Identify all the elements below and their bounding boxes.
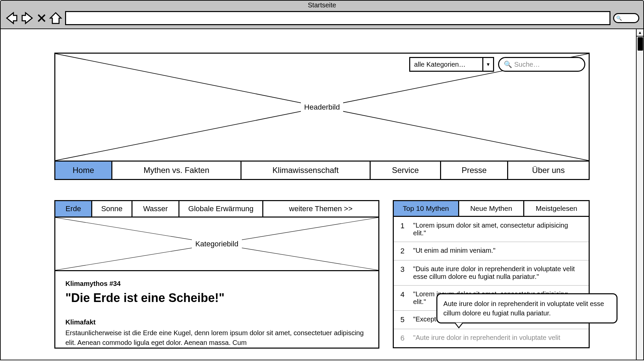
page-content: Headerbild alle Kategorien… ▼ 🔍 Suche… H…	[1, 29, 643, 349]
myth-text: "Aute irure dolor in reprehenderit in vo…	[413, 334, 582, 343]
scrollbar[interactable]: ▲	[636, 29, 643, 360]
sidebar-tabs: Top 10 Mythen Neue Mythen Meistgelesen	[393, 200, 590, 217]
article-kicker: Klimamythos #34	[65, 280, 368, 288]
right-column: Top 10 Mythen Neue Mythen Meistgelesen 1…	[393, 200, 590, 349]
url-bar[interactable]	[65, 11, 610, 25]
myth-rank: 2	[400, 247, 407, 255]
search-icon: 🔍	[504, 60, 512, 68]
browser-search[interactable]: 🔍	[613, 13, 639, 23]
myth-rank: 4	[400, 290, 407, 306]
nav-mythen-fakten[interactable]: Mythen vs. Fakten	[112, 162, 241, 179]
nav-klimawissenschaft[interactable]: Klimawissenschaft	[241, 162, 371, 179]
nav-service[interactable]: Service	[371, 162, 441, 179]
tooltip-text: Aute irure dolor in reprehenderit in vol…	[443, 300, 604, 317]
forward-icon[interactable]	[21, 11, 34, 25]
category-select[interactable]: alle Kategorien… ▼	[409, 57, 494, 72]
viewport: ▲ Headerbild alle Kategorien… ▼ 🔍 Suche……	[0, 29, 644, 360]
stop-icon[interactable]	[37, 13, 46, 23]
search-placeholder: Suche…	[514, 61, 540, 68]
tab-sonne[interactable]: Sonne	[92, 201, 132, 217]
chevron-down-icon: ▼	[482, 58, 493, 71]
scroll-thumb[interactable]	[638, 37, 643, 51]
tab-meistgelesen[interactable]: Meistgelesen	[524, 201, 589, 216]
myth-item[interactable]: 2"Ut enim ad minim veniam."	[394, 242, 589, 260]
tab-neue-mythen[interactable]: Neue Mythen	[459, 201, 525, 216]
nav-home[interactable]: Home	[55, 162, 112, 179]
myth-text: "Ut enim ad minim veniam."	[413, 247, 582, 255]
tab-wasser[interactable]: Wasser	[132, 201, 179, 217]
myth-item[interactable]: 1"Lorem ipsum dolor sit amet, consectetu…	[394, 217, 589, 242]
left-column: Erde Sonne Wasser Globale Erwärmung weit…	[54, 200, 379, 349]
article-body: Erstaunlicherweise ist die Erde eine Kug…	[65, 328, 368, 348]
tab-globale-erwaermung[interactable]: Globale Erwärmung	[179, 201, 263, 217]
nav-presse[interactable]: Presse	[441, 162, 508, 179]
myth-list: 1"Lorem ipsum dolor sit amet, consectetu…	[393, 217, 590, 348]
tooltip: Aute irure dolor in reprehenderit in vol…	[436, 293, 618, 323]
tab-weitere-themen[interactable]: weitere Themen >>	[263, 201, 378, 217]
home-icon[interactable]	[49, 11, 62, 25]
browser-toolbar: 🔍	[1, 10, 643, 28]
tooltip-tail-icon	[454, 322, 464, 328]
header-image-placeholder: Headerbild alle Kategorien… ▼ 🔍 Suche…	[54, 53, 590, 162]
tab-erde[interactable]: Erde	[55, 201, 92, 217]
category-image-label: Kategoriebild	[192, 239, 241, 249]
main-columns: Erde Sonne Wasser Globale Erwärmung weit…	[54, 200, 590, 349]
window-title: Startseite	[1, 1, 643, 10]
browser-chrome: Startseite 🔍	[0, 0, 644, 29]
myth-rank: 1	[400, 222, 407, 237]
search-icon: 🔍	[616, 15, 622, 21]
category-image-placeholder: Kategoriebild	[54, 218, 379, 271]
header-image-label: Headerbild	[301, 102, 343, 112]
myth-rank: 5	[400, 315, 407, 324]
scroll-up-icon[interactable]: ▲	[637, 29, 643, 37]
myth-rank: 3	[400, 265, 407, 281]
article-title: "Die Erde ist eine Scheibe!"	[65, 291, 368, 305]
tab-top-10-mythen[interactable]: Top 10 Mythen	[394, 201, 459, 216]
nav-ueber-uns[interactable]: Über uns	[508, 162, 589, 179]
article-section-title: Klimafakt	[65, 318, 368, 326]
myth-text: "Lorem ipsum dolor sit amet, consectetur…	[413, 222, 582, 237]
search-input[interactable]: 🔍 Suche…	[498, 57, 585, 72]
header-controls: alle Kategorien… ▼ 🔍 Suche…	[409, 57, 585, 72]
topic-tabs: Erde Sonne Wasser Globale Erwärmung weit…	[54, 200, 379, 218]
main-nav: Home Mythen vs. Fakten Klimawissenschaft…	[54, 162, 590, 180]
article: Klimamythos #34 "Die Erde ist eine Schei…	[54, 271, 379, 349]
back-icon[interactable]	[5, 11, 18, 25]
myth-text: "Duis aute irure dolor in reprehenderit …	[413, 265, 582, 281]
myth-item[interactable]: 3"Duis aute irure dolor in reprehenderit…	[394, 260, 589, 286]
myth-item[interactable]: 6"Aute irure dolor in reprehenderit in v…	[394, 329, 589, 347]
category-select-value: alle Kategorien…	[410, 61, 482, 68]
myth-rank: 6	[400, 334, 407, 343]
